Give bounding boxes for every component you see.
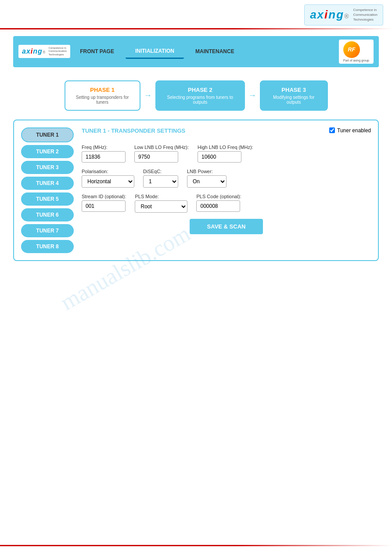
nav-logo: axing® Competence inCommunicationTechnol… — [18, 45, 70, 58]
phase-section: PHASE 1 Setting up transponders for tune… — [65, 80, 328, 111]
tuner-enabled-row: Tuner enabled — [329, 127, 371, 134]
header-logo: axing® Competence in Communication Techn… — [304, 4, 383, 25]
stream-id-group: Stream ID (optional): — [82, 194, 126, 213]
freq-input[interactable] — [82, 151, 126, 163]
phase-arrow-2: → — [248, 91, 256, 100]
settings-panel: TUNER 1 - TRANSPONDER SETTINGS Tuner ena… — [82, 127, 371, 253]
diseqc-select[interactable]: 1 2 3 4 — [143, 175, 178, 188]
form-row-2: Polarisation: Horizontal Vertical DiSEqC… — [82, 169, 371, 188]
phase-arrow-1: → — [144, 91, 152, 100]
nav-tabs: FRONT PAGE INITIALIZATION MAINTENANCE — [70, 44, 339, 59]
rf-logo-circle: RF — [343, 41, 360, 58]
pls-mode-label: PLS Mode: — [135, 194, 187, 199]
tuner-btn-1[interactable]: TUNER 1 — [21, 127, 74, 142]
settings-header: TUNER 1 - TRANSPONDER SETTINGS Tuner ena… — [82, 127, 371, 138]
header-divider — [0, 28, 392, 29]
page-header: axing® Competence in Communication Techn… — [0, 0, 392, 28]
high-lnb-input[interactable] — [198, 151, 241, 163]
phase1-box: PHASE 1 Setting up transponders for tune… — [65, 80, 140, 111]
tuner-enabled-label: Tuner enabled — [337, 127, 371, 134]
tuner-sidebar: TUNER 1 TUNER 2 TUNER 3 TUNER 4 TUNER 5 … — [21, 127, 74, 253]
nav-axing-logo-text: axing® — [22, 47, 46, 55]
high-lnb-label: High LNB LO Freq (MHz): — [198, 145, 253, 150]
form-row-3: Stream ID (optional): PLS Mode: Root Gol… — [82, 194, 371, 213]
tab-maintenance[interactable]: MAINTENANCE — [186, 44, 244, 59]
pls-code-label: PLS Code (optional): — [196, 194, 241, 199]
lnb-power-select[interactable]: On Off — [187, 175, 227, 188]
freq-label: Freq (MHz): — [82, 145, 126, 150]
pls-code-input[interactable] — [196, 200, 240, 212]
diseqc-group: DiSEqC: 1 2 3 4 — [143, 169, 178, 188]
tuner-enabled-checkbox[interactable] — [329, 127, 335, 133]
phase3-title: PHASE 3 — [269, 87, 319, 93]
tuner-btn-8[interactable]: TUNER 8 — [21, 240, 74, 253]
polarisation-label: Polarisation: — [82, 169, 134, 174]
low-lnb-input[interactable] — [134, 151, 178, 163]
tuner-btn-6[interactable]: TUNER 6 — [21, 208, 74, 221]
pls-code-group: PLS Code (optional): — [196, 194, 241, 213]
lnb-power-label: LNB Power: — [187, 169, 227, 174]
tuner-btn-4[interactable]: TUNER 4 — [21, 177, 74, 190]
low-lnb-label: Low LNB LO Freq (MHz): — [134, 145, 189, 150]
polarisation-select[interactable]: Horizontal Vertical — [82, 175, 134, 188]
tab-front-page[interactable]: FRONT PAGE — [70, 44, 124, 59]
low-lnb-group: Low LNB LO Freq (MHz): — [134, 145, 189, 163]
tuner-btn-5[interactable]: TUNER 5 — [21, 192, 74, 206]
freq-group: Freq (MHz): — [82, 145, 126, 163]
tuner-btn-3[interactable]: TUNER 3 — [21, 161, 74, 174]
stream-id-input[interactable] — [82, 200, 126, 212]
tuner-btn-2[interactable]: TUNER 2 — [21, 145, 74, 158]
high-lnb-group: High LNB LO Freq (MHz): — [198, 145, 253, 163]
form-row-1: Freq (MHz): Low LNB LO Freq (MHz): High … — [82, 145, 371, 163]
pls-mode-select[interactable]: Root Gold Combo — [135, 200, 187, 213]
nav-bar: axing® Competence inCommunicationTechnol… — [13, 36, 379, 67]
tuner-btn-7[interactable]: TUNER 7 — [21, 224, 74, 237]
header-axing-logo: axing® — [310, 8, 349, 22]
lnb-power-group: LNB Power: On Off — [187, 169, 227, 188]
phase2-desc: Selecting programs from tuners to output… — [164, 95, 236, 105]
main-content: TUNER 1 TUNER 2 TUNER 3 TUNER 4 TUNER 5 … — [13, 120, 379, 261]
phase2-title: PHASE 2 — [164, 87, 236, 93]
nav-competence-text: Competence inCommunicationTechnologies — [48, 47, 67, 56]
rf-logo: RF Part of axing group — [339, 40, 374, 64]
footer-divider — [0, 545, 392, 546]
stream-id-label: Stream ID (optional): — [82, 194, 126, 199]
rf-logo-sub: Part of axing group — [343, 59, 369, 62]
diseqc-label: DiSEqC: — [143, 169, 178, 174]
settings-title: TUNER 1 - TRANSPONDER SETTINGS — [82, 127, 185, 134]
pls-mode-group: PLS Mode: Root Gold Combo — [135, 194, 187, 213]
tab-initialization[interactable]: INITIALIZATION — [126, 44, 184, 59]
phase3-box: PHASE 3 Modifying settings for outputs — [260, 80, 328, 111]
polarisation-group: Polarisation: Horizontal Vertical — [82, 169, 134, 188]
phase1-title: PHASE 1 — [73, 87, 132, 93]
header-competence-text: Competence in Communication Technologies — [353, 7, 378, 22]
phase1-desc: Setting up transponders for tuners — [73, 95, 132, 105]
save-scan-button[interactable]: SAVE & SCAN — [190, 219, 263, 234]
phase3-desc: Modifying settings for outputs — [269, 95, 319, 105]
phase2-box: PHASE 2 Selecting programs from tuners t… — [155, 80, 245, 111]
